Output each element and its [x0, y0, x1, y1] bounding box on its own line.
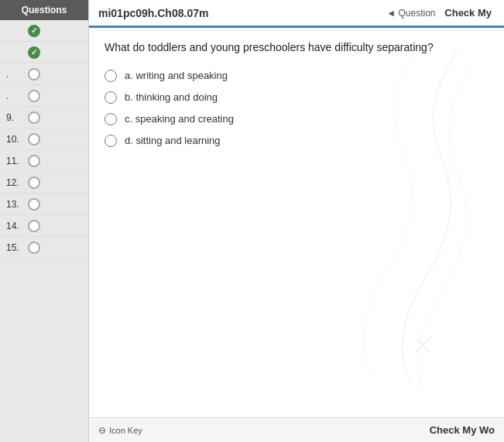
sidebar-item-1[interactable] [0, 20, 88, 42]
sidebar-item-4[interactable]: . [0, 85, 88, 107]
answer-option-b[interactable]: b. thinking and doing [105, 91, 489, 104]
header-right: ◄ Question Check My [386, 5, 495, 20]
item-icon-10 [28, 133, 40, 146]
answer-label-d[interactable]: d. sitting and learning [125, 135, 221, 146]
sidebar-item-3[interactable]: . [0, 63, 88, 85]
answer-options: a. writing and speaking b. thinking and … [105, 70, 489, 147]
item-number-15: 15. [6, 242, 28, 253]
main-content: mi01pc09h.Ch08.07m ◄ Question Check My W… [89, 0, 504, 442]
item-number-10: 10. [6, 134, 28, 145]
sidebar-item-10[interactable]: 10. [0, 128, 88, 150]
answer-label-b[interactable]: b. thinking and doing [125, 91, 218, 103]
sidebar: Questions . . 9. 10. 11. 12. 13. [0, 0, 89, 442]
item-icon-13 [28, 198, 40, 211]
question-title: mi01pc09h.Ch08.07m [98, 7, 208, 19]
top-bar: mi01pc09h.Ch08.07m ◄ Question Check My [89, 0, 504, 28]
sidebar-item-2[interactable] [0, 42, 88, 63]
item-icon-2 [28, 46, 40, 59]
nav-question[interactable]: ◄ Question [386, 8, 435, 19]
item-number-13: 13. [6, 199, 28, 210]
sidebar-item-9[interactable]: 9. [0, 107, 88, 128]
answer-option-a[interactable]: a. writing and speaking [105, 70, 489, 82]
sidebar-item-15[interactable]: 15. [0, 237, 88, 259]
item-number-4: . [6, 91, 28, 101]
sidebar-header: Questions [0, 0, 88, 20]
sidebar-item-12[interactable]: 12. [0, 172, 88, 194]
radio-c[interactable] [105, 113, 117, 125]
item-icon-14 [28, 220, 40, 232]
question-text: What do toddlers and young preschoolers … [105, 40, 489, 56]
item-icon-3 [28, 68, 40, 81]
item-icon-9 [28, 111, 40, 124]
check-my-top-button[interactable]: Check My [441, 5, 495, 20]
sidebar-item-13[interactable]: 13. [0, 194, 88, 215]
item-icon-12 [28, 176, 40, 189]
item-number-9: 9. [6, 112, 28, 123]
answer-option-c[interactable]: c. speaking and creating [105, 113, 489, 125]
bottom-bar: ⊖ Icon Key Check My Wo [89, 417, 504, 442]
radio-b[interactable] [105, 91, 117, 104]
question-area: What do toddlers and young preschoolers … [89, 28, 504, 417]
icon-key-icon: ⊖ [98, 425, 106, 436]
icon-key-area: ⊖ Icon Key [98, 425, 142, 436]
item-number-11: 11. [6, 156, 28, 166]
radio-d[interactable] [105, 135, 117, 147]
svg-line-0 [415, 337, 430, 353]
answer-option-d[interactable]: d. sitting and learning [105, 135, 489, 147]
item-icon-1 [28, 25, 40, 37]
check-my-work-button[interactable]: Check My Wo [430, 424, 495, 436]
answer-label-c[interactable]: c. speaking and creating [125, 113, 234, 125]
item-number-3: . [6, 69, 28, 80]
item-number-12: 12. [6, 177, 28, 188]
svg-line-1 [415, 337, 430, 353]
sidebar-item-11[interactable]: 11. [0, 150, 88, 172]
icon-key-label: Icon Key [109, 426, 142, 435]
sidebar-item-14[interactable]: 14. [0, 215, 88, 237]
item-icon-15 [28, 242, 40, 254]
answer-label-a[interactable]: a. writing and speaking [125, 70, 228, 81]
item-number-14: 14. [6, 221, 28, 231]
item-icon-11 [28, 155, 40, 167]
radio-a[interactable] [105, 70, 117, 82]
item-icon-4 [28, 90, 40, 102]
